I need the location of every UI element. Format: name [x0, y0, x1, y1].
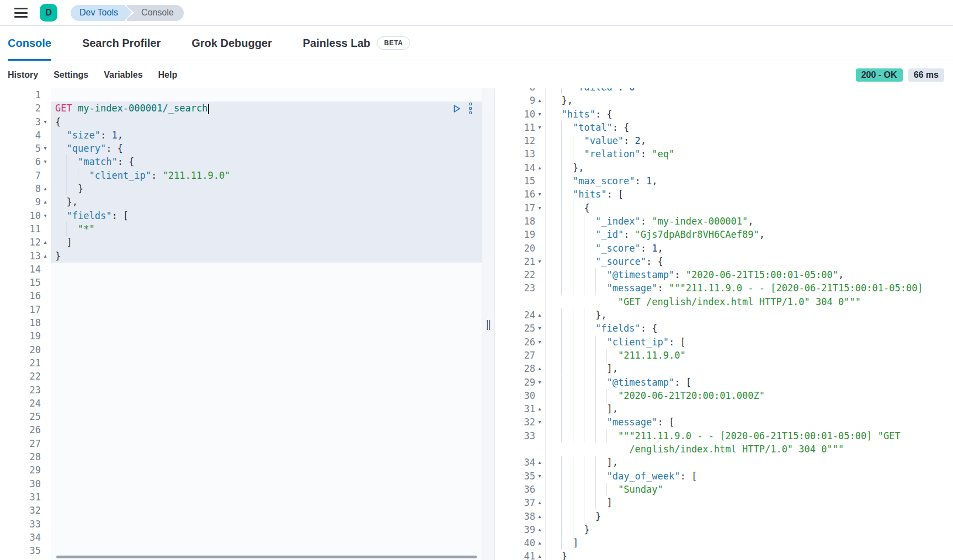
tab-grok-debugger[interactable]: Grok Debugger — [191, 26, 272, 61]
fold-toggle-icon[interactable]: ▾ — [535, 322, 544, 335]
code-text[interactable]: ], — [546, 456, 953, 469]
code-text[interactable]: } — [546, 510, 953, 523]
code-text[interactable]: "total": { — [546, 121, 953, 134]
code-text[interactable]: "fields": [ — [51, 209, 482, 222]
code-text[interactable] — [51, 397, 482, 410]
fold-toggle-icon[interactable]: ▴ — [535, 510, 544, 523]
code-text[interactable]: "query": { — [51, 142, 482, 155]
code-text[interactable]: "_source": { — [546, 255, 953, 268]
code-text[interactable]: "2020-06-21T20:00:01.000Z" — [546, 389, 953, 402]
fold-toggle-icon[interactable]: ▾ — [41, 142, 50, 155]
fold-toggle-icon[interactable]: ▾ — [535, 470, 544, 483]
code-text[interactable]: "hits": { — [546, 108, 953, 121]
code-text[interactable]: "@timestamp": [ — [546, 376, 953, 389]
fold-toggle-icon[interactable]: ▴ — [535, 523, 544, 536]
code-text[interactable]: "GET /english/index.html HTTP/1.0" 304 0… — [546, 295, 953, 308]
code-text[interactable]: ], — [546, 362, 953, 375]
code-text[interactable] — [51, 88, 482, 102]
code-text[interactable] — [51, 289, 482, 302]
code-text[interactable]: "_index": "my-index-000001", — [546, 215, 953, 228]
code-text[interactable]: "_score": 1, — [546, 242, 953, 255]
menu-settings[interactable]: Settings — [54, 70, 88, 80]
code-text[interactable]: }, — [51, 195, 482, 209]
code-text[interactable] — [51, 356, 482, 370]
code-text[interactable]: "*" — [51, 222, 482, 236]
tab-painless-lab[interactable]: Painless Lab BETA — [303, 26, 410, 61]
menu-variables[interactable]: Variables — [104, 70, 142, 80]
code-text[interactable]: }, — [546, 161, 953, 174]
code-text[interactable]: "message": [ — [546, 415, 953, 429]
code-text[interactable]: } — [51, 182, 482, 195]
tab-search-profiler[interactable]: Search Profiler — [82, 26, 161, 61]
code-text[interactable]: "211.11.9.0" — [546, 349, 953, 362]
code-text[interactable] — [51, 450, 482, 463]
code-text[interactable] — [51, 276, 482, 289]
send-request-play-icon[interactable] — [452, 104, 461, 114]
fold-toggle-icon[interactable]: ▾ — [535, 121, 544, 134]
code-text[interactable]: "message": """211.11.9.0 - - [2020-06-21… — [546, 281, 953, 295]
request-options-kebab-icon[interactable] — [469, 103, 472, 114]
fold-toggle-icon[interactable]: ▾ — [535, 188, 544, 201]
fold-toggle-icon[interactable]: ▴ — [41, 195, 50, 209]
code-text[interactable] — [51, 263, 482, 276]
fold-toggle-icon[interactable]: ▴ — [535, 456, 544, 469]
code-text[interactable]: "value": 2, — [546, 134, 953, 147]
menu-history[interactable]: History — [8, 70, 38, 80]
code-text[interactable]: """211.11.9.0 - - [2020-06-21T15:00:01-0… — [546, 429, 953, 442]
code-text[interactable]: "Sunday" — [546, 483, 953, 496]
fold-toggle-icon[interactable]: ▾ — [535, 415, 544, 429]
code-text[interactable]: { — [546, 201, 953, 215]
fold-toggle-icon[interactable]: ▴ — [535, 550, 544, 560]
code-text[interactable] — [51, 410, 482, 423]
fold-toggle-icon[interactable]: ▾ — [535, 108, 544, 121]
horizontal-scrollbar[interactable] — [56, 556, 477, 558]
menu-help[interactable]: Help — [158, 70, 178, 80]
code-text[interactable]: }, — [546, 308, 953, 322]
code-text[interactable]: ] — [546, 536, 953, 550]
hamburger-menu-icon[interactable] — [14, 8, 28, 18]
code-text[interactable]: "fields": { — [546, 322, 953, 335]
fold-toggle-icon[interactable]: ▾ — [41, 115, 50, 129]
code-text[interactable]: ] — [51, 236, 482, 249]
code-text[interactable] — [51, 329, 482, 343]
code-text[interactable]: "client_ip": "211.11.9.0" — [51, 169, 482, 182]
code-text[interactable]: } — [546, 550, 953, 560]
dev-tools-app-icon[interactable]: D — [40, 4, 57, 22]
code-text[interactable] — [51, 504, 482, 517]
code-text[interactable]: ] — [546, 496, 953, 509]
request-editor[interactable]: 12GET my-index-000001/_search3▾{4 "size"… — [0, 88, 482, 560]
fold-toggle-icon[interactable]: ▾ — [535, 335, 544, 349]
fold-toggle-icon[interactable]: ▴ — [41, 182, 50, 195]
fold-toggle-icon[interactable]: ▴ — [41, 249, 50, 263]
code-text[interactable]: "client_ip": [ — [546, 335, 953, 349]
code-text[interactable]: /english/index.html HTTP/1.0" 304 0""" — [546, 442, 953, 456]
fold-toggle-icon[interactable]: ▴ — [41, 236, 50, 249]
code-text[interactable]: { — [51, 115, 482, 129]
code-text[interactable] — [51, 463, 482, 477]
code-text[interactable]: "size": 1, — [51, 129, 482, 142]
fold-toggle-icon[interactable]: ▴ — [535, 536, 544, 550]
fold-toggle-icon[interactable]: ▴ — [535, 402, 544, 415]
fold-toggle-icon[interactable]: ▴ — [535, 94, 544, 107]
code-text[interactable]: "relation": "eq" — [546, 147, 953, 161]
code-text[interactable] — [51, 303, 482, 316]
code-text[interactable]: "hits": [ — [546, 188, 953, 201]
fold-toggle-icon[interactable]: ▾ — [41, 155, 50, 168]
code-text[interactable]: } — [51, 249, 482, 263]
code-text[interactable]: }, — [546, 94, 953, 107]
code-text[interactable]: "day_of_week": [ — [546, 470, 953, 483]
fold-toggle-icon[interactable]: ▾ — [41, 209, 50, 222]
code-text[interactable]: "max_score": 1, — [546, 174, 953, 188]
code-text[interactable]: GET my-index-000001/_search — [51, 102, 482, 115]
code-text[interactable] — [51, 370, 482, 383]
pane-resizer[interactable]: ‖ — [482, 88, 495, 560]
fold-toggle-icon[interactable]: ▴ — [535, 308, 544, 322]
code-text[interactable] — [51, 383, 482, 397]
code-text[interactable]: } — [546, 523, 953, 536]
code-text[interactable] — [51, 518, 482, 531]
fold-toggle-icon[interactable]: ▾ — [535, 376, 544, 389]
response-viewer[interactable]: 8 "failed": 09▴ },10▾ "hits": {11▾ "tota… — [495, 88, 953, 560]
code-text[interactable]: "_id": "Gjs7dpABdr8VH6CAef89", — [546, 228, 953, 241]
fold-toggle-icon[interactable]: ▾ — [535, 201, 544, 215]
code-text[interactable] — [51, 437, 482, 450]
